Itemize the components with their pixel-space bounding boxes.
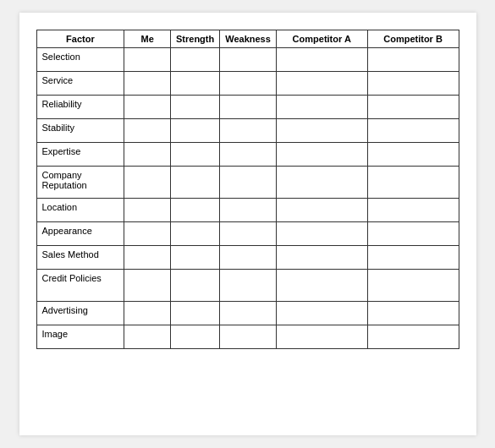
cell-competitor_b (367, 96, 459, 119)
table-row: Stability (36, 119, 459, 143)
table-row: Reliability (36, 96, 459, 119)
cell-weakness (220, 325, 277, 349)
table-row: Selection (36, 48, 459, 72)
cell-competitor_b (367, 167, 459, 199)
cell-strength (171, 167, 220, 199)
table-row: Expertise (36, 143, 459, 167)
cell-factor: Service (36, 72, 124, 96)
cell-competitor_b (367, 302, 459, 325)
cell-weakness (220, 222, 277, 246)
cell-competitor_b (367, 48, 459, 72)
cell-me (124, 246, 171, 270)
cell-strength (171, 270, 220, 302)
cell-competitor_b (367, 222, 459, 246)
cell-strength (171, 72, 220, 96)
cell-competitor_a (276, 246, 367, 270)
cell-me (124, 222, 171, 246)
cell-competitor_a (276, 72, 367, 96)
cell-me (124, 302, 171, 325)
header-factor: Factor (36, 30, 124, 48)
cell-me (124, 199, 171, 222)
cell-weakness (220, 246, 277, 270)
cell-weakness (220, 270, 277, 302)
cell-competitor_b (367, 246, 459, 270)
cell-factor: Company Reputation (36, 167, 124, 199)
cell-me (124, 325, 171, 349)
cell-competitor_a (276, 119, 367, 143)
cell-weakness (220, 302, 277, 325)
cell-factor: Expertise (36, 143, 124, 167)
cell-competitor_a (276, 302, 367, 325)
header-strength: Strength (171, 30, 220, 48)
header-me: Me (124, 30, 171, 48)
cell-competitor_b (367, 143, 459, 167)
cell-strength (171, 246, 220, 270)
cell-competitor_a (276, 222, 367, 246)
header-competitor-a: Competitor A (276, 30, 367, 48)
cell-strength (171, 222, 220, 246)
table-row: Credit Policies (36, 270, 459, 302)
table-row: Company Reputation (36, 167, 459, 199)
cell-strength (171, 96, 220, 119)
table-row: Image (36, 325, 459, 349)
cell-me (124, 143, 171, 167)
table-row: Location (36, 199, 459, 222)
table-row: Service (36, 72, 459, 96)
cell-competitor_b (367, 119, 459, 143)
cell-competitor_a (276, 48, 367, 72)
cell-strength (171, 119, 220, 143)
cell-competitor_b (367, 325, 459, 349)
cell-me (124, 48, 171, 72)
cell-factor: Advertising (36, 302, 124, 325)
cell-weakness (220, 199, 277, 222)
cell-factor: Image (36, 325, 124, 349)
header-weakness: Weakness (220, 30, 277, 48)
table-row: Advertising (36, 302, 459, 325)
cell-competitor_a (276, 325, 367, 349)
cell-strength (171, 199, 220, 222)
table-row: Sales Method (36, 246, 459, 270)
cell-weakness (220, 143, 277, 167)
cell-factor: Selection (36, 48, 124, 72)
cell-me (124, 270, 171, 302)
header-competitor-b: Competitor B (367, 30, 459, 48)
cell-weakness (220, 48, 277, 72)
cell-strength (171, 302, 220, 325)
cell-competitor_b (367, 72, 459, 96)
cell-weakness (220, 96, 277, 119)
cell-competitor_a (276, 96, 367, 119)
cell-factor: Reliability (36, 96, 124, 119)
page-container: Factor Me Strength Weakness Competitor A… (19, 13, 476, 435)
cell-weakness (220, 72, 277, 96)
cell-me (124, 96, 171, 119)
cell-weakness (220, 167, 277, 199)
comparison-table: Factor Me Strength Weakness Competitor A… (36, 30, 459, 349)
cell-strength (171, 48, 220, 72)
cell-me (124, 119, 171, 143)
cell-competitor_b (367, 270, 459, 302)
cell-factor: Location (36, 199, 124, 222)
table-row: Appearance (36, 222, 459, 246)
cell-competitor_a (276, 143, 367, 167)
cell-factor: Stability (36, 119, 124, 143)
cell-competitor_a (276, 167, 367, 199)
cell-me (124, 167, 171, 199)
cell-factor: Appearance (36, 222, 124, 246)
cell-strength (171, 325, 220, 349)
cell-factor: Sales Method (36, 246, 124, 270)
cell-competitor_b (367, 199, 459, 222)
cell-weakness (220, 119, 277, 143)
cell-strength (171, 143, 220, 167)
cell-competitor_a (276, 199, 367, 222)
cell-me (124, 72, 171, 96)
cell-competitor_a (276, 270, 367, 302)
cell-factor: Credit Policies (36, 270, 124, 302)
